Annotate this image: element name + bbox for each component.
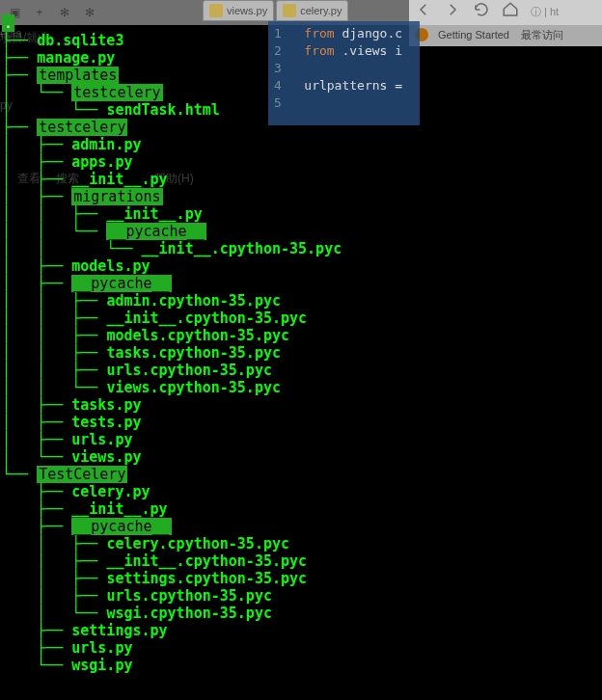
tree-root: . xyxy=(2,14,14,32)
tree-dir: __pycache__ xyxy=(71,275,171,292)
tree-file: admin.cpython-35.pyc xyxy=(106,292,281,310)
tree-file: manage.py xyxy=(37,49,115,67)
tree-file: __init__.cpython-35.pyc xyxy=(106,310,307,327)
tree-file: urls.py xyxy=(71,639,132,657)
tree-file: __init__.cpython-35.pyc xyxy=(106,552,307,570)
tree-file: tasks.cpython-35.pyc xyxy=(106,344,281,362)
tree-dir: testcelery xyxy=(71,84,162,101)
tree-file: tasks.py xyxy=(71,396,141,414)
tree-dir: testcelery xyxy=(37,119,127,136)
tree-dir: migrations xyxy=(71,188,162,205)
tree-file: __init__.py xyxy=(106,205,202,223)
tree-file: wsgi.cpython-35.pyc xyxy=(106,605,272,622)
tree-file: urls.py xyxy=(71,431,132,448)
tree-file: tests.py xyxy=(71,414,141,431)
tree-dir: templates xyxy=(37,67,119,84)
tree-file: admin.py xyxy=(71,136,141,153)
tree-file: models.py xyxy=(71,257,150,275)
tree-file: urls.cpython-35.pyc xyxy=(106,587,272,605)
tree-file: celery.cpython-35.pyc xyxy=(106,535,289,552)
tree-dir: __pycache__ xyxy=(71,518,171,535)
tree-file: wsgi.py xyxy=(71,657,132,674)
tree-file: __init__.py xyxy=(71,500,167,518)
tree-file: models.cpython-35.pyc xyxy=(106,327,289,344)
tree-file: sendTask.html xyxy=(106,101,219,119)
tree-file: db.sqlite3 xyxy=(37,32,123,49)
tree-file: __init__.cpython-35.pyc xyxy=(142,240,342,257)
tree-file: views.cpython-35.pyc xyxy=(106,379,281,396)
tree-file: views.py xyxy=(71,448,141,466)
tree-file: settings.cpython-35.pyc xyxy=(106,570,307,587)
tree-dir: __pycache__ xyxy=(106,223,205,240)
terminal-tree-output: . ├── db.sqlite3 ├── manage.py ├── templ… xyxy=(0,14,602,686)
tree-file: __init__.py xyxy=(71,171,167,188)
tree-file: settings.py xyxy=(71,622,167,639)
tree-dir: TestCelery xyxy=(37,466,127,483)
tree-file: urls.cpython-35.pyc xyxy=(106,362,272,379)
tree-file: apps.py xyxy=(71,153,132,171)
tree-file: celery.py xyxy=(71,483,150,500)
